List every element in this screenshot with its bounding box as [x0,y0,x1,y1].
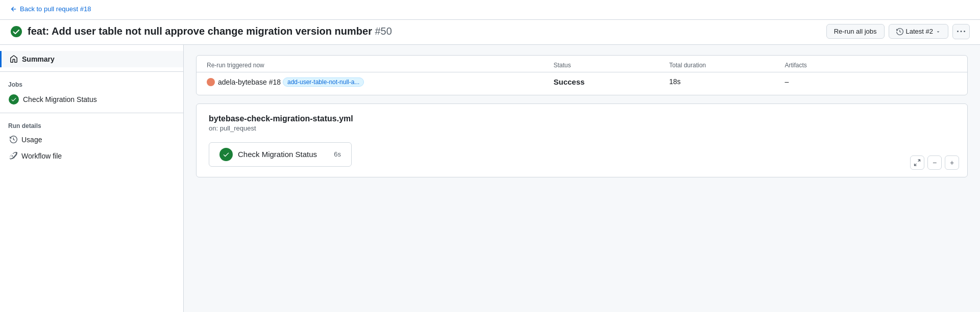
sidebar-usage-label: Usage [21,136,42,144]
run-info-card: Re-run triggered now Status Total durati… [196,55,968,95]
run-artifacts: – [785,77,789,86]
triggered-header: Re-run triggered now [197,56,544,72]
run-info-table: Re-run triggered now Status Total durati… [197,56,967,95]
status-header: Status [544,56,659,72]
workflow-card-controls: − + [910,155,959,170]
sidebar-run-details-label: Run details [0,117,183,132]
expand-button[interactable] [910,155,924,170]
job-success-icon [219,148,233,161]
page-title-actions: Re-run all jobs Latest #2 [826,24,970,39]
sidebar-divider-1 [0,71,183,72]
expand-icon [914,159,921,166]
run-user: adela-bytebase #18 [218,78,281,86]
page-title: feat: Add user table not null approve ch… [10,25,392,38]
sidebar: Summary Jobs Check Migration Status Run … [0,45,184,313]
rerun-all-jobs-button[interactable]: Re-run all jobs [826,24,885,39]
sidebar-divider-2 [0,113,183,113]
status-badge: Success [554,77,585,86]
home-icon [10,55,18,63]
clock-history-icon [896,28,903,35]
avatar [207,78,215,86]
commit-tag[interactable]: add-user-table-not-null-a... [283,77,364,87]
success-circle-icon [10,25,22,38]
kebab-icon [957,28,965,36]
sidebar-item-usage[interactable]: Usage [0,132,183,148]
back-link-text: Back to pull request #18 [20,5,91,13]
sidebar-item-summary[interactable]: Summary [0,51,183,67]
sidebar-item-check-migration[interactable]: Check Migration Status [0,90,183,109]
job-status-icon [9,94,19,105]
commit-ref: adela-bytebase #18 add-user-table-not-nu… [207,77,364,87]
sidebar-summary-label: Summary [22,55,55,63]
more-options-button[interactable] [952,24,970,39]
zoom-in-button[interactable]: + [945,155,959,170]
job-item-check-migration[interactable]: Check Migration Status 6s [209,142,352,167]
usage-clock-icon [10,136,17,143]
job-name: Check Migration Status [238,150,329,159]
back-to-pr-link[interactable]: Back to pull request #18 [10,5,91,13]
sidebar-item-workflow-file[interactable]: Workflow file [0,148,183,164]
artifacts-header: Artifacts [775,56,968,72]
chevron-down-icon [936,29,941,34]
zoom-out-button[interactable]: − [927,155,942,170]
latest-run-button[interactable]: Latest #2 [889,24,949,39]
workflow-trigger: on: pull_request [209,124,955,132]
workflow-card: bytebase-check-migration-status.yml on: … [196,103,968,177]
run-duration: 18s [669,77,681,86]
sidebar-workflow-file-label: Workflow file [21,152,62,160]
page-title-text: feat: Add user table not null approve ch… [28,25,392,37]
sidebar-jobs-label: Jobs [0,76,183,90]
svg-point-0 [11,26,22,37]
workflow-file-icon [10,152,17,160]
sidebar-job-name: Check Migration Status [23,95,97,103]
run-info-row: adela-bytebase #18 add-user-table-not-nu… [197,72,967,95]
workflow-filename: bytebase-check-migration-status.yml [209,114,955,123]
job-duration: 6s [334,150,341,158]
content-area: Re-run triggered now Status Total durati… [184,45,980,313]
duration-header: Total duration [659,56,775,72]
